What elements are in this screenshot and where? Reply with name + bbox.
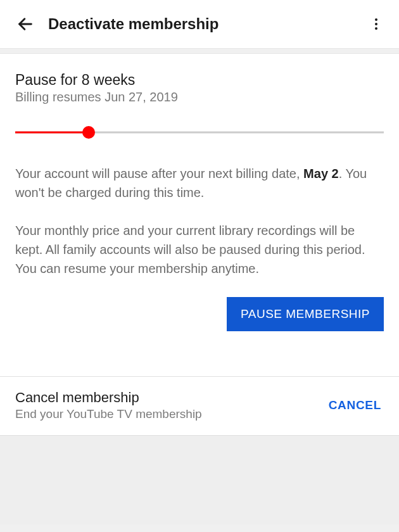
cancel-button[interactable]: CANCEL <box>326 393 384 417</box>
svg-point-2 <box>375 23 377 25</box>
pause-description: Your account will pause after your next … <box>15 164 384 278</box>
pause-membership-section: Pause for 8 weeks Billing resumes Jun 27… <box>0 54 399 346</box>
slider-thumb[interactable] <box>82 126 95 139</box>
app-header: Deactivate membership <box>0 0 399 49</box>
section-divider <box>0 49 399 54</box>
more-vertical-icon <box>369 16 384 32</box>
pause-membership-button[interactable]: PAUSE MEMBERSHIP <box>227 297 384 331</box>
slider-fill <box>15 132 89 134</box>
cancel-membership-section: Cancel membership End your YouTube TV me… <box>0 377 399 436</box>
pause-subtitle: Billing resumes Jun 27, 2019 <box>15 90 384 104</box>
cancel-title: Cancel membership <box>15 390 326 406</box>
pause-title: Pause for 8 weeks <box>15 72 384 89</box>
cancel-text-group: Cancel membership End your YouTube TV me… <box>15 390 326 421</box>
pause-paragraph-1: Your account will pause after your next … <box>15 164 384 202</box>
svg-point-3 <box>375 27 377 30</box>
arrow-left-icon <box>16 15 34 33</box>
pause-paragraph-2: Your monthly price and your current libr… <box>15 221 384 278</box>
back-button[interactable] <box>13 11 38 37</box>
bottom-background <box>0 436 399 524</box>
pause-duration-slider[interactable] <box>15 126 384 139</box>
more-button[interactable] <box>364 11 389 37</box>
section-gap <box>0 346 399 377</box>
cancel-subtitle: End your YouTube TV membership <box>15 407 326 421</box>
billing-date: May 2 <box>303 167 339 180</box>
pause-button-row: PAUSE MEMBERSHIP <box>15 297 384 331</box>
page-title: Deactivate membership <box>48 15 364 33</box>
svg-point-1 <box>375 18 377 21</box>
